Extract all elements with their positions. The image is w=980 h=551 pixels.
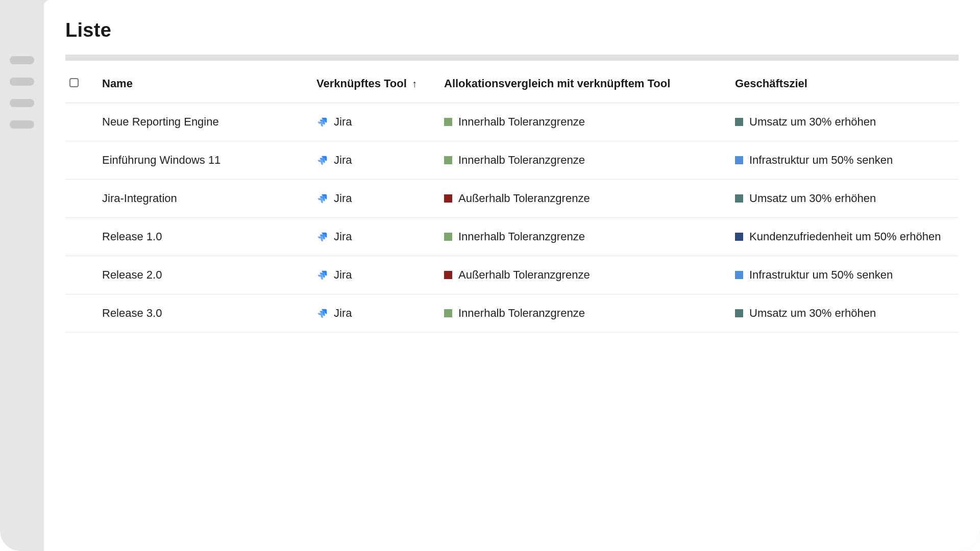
row-tool-label: Jira: [334, 230, 352, 243]
row-allocation-cell: Außerhalb Toleranzgrenze: [440, 180, 731, 218]
column-header-select[interactable]: [65, 65, 98, 103]
row-tool-cell[interactable]: Jira: [312, 218, 440, 256]
allocation-status-swatch: [444, 156, 452, 164]
row-goal-cell: Infrastruktur um 50% senken: [731, 256, 959, 294]
column-header-tool-label: Verknüpftes Tool: [316, 77, 407, 90]
column-header-goal-label: Geschäftsziel: [735, 77, 807, 90]
row-name-cell[interactable]: Einführung Windows 11: [98, 141, 312, 180]
row-tool-cell[interactable]: Jira: [312, 256, 440, 294]
app-window: Liste Name Verknüpftes Tool ↑: [0, 0, 980, 551]
row-tool-cell[interactable]: Jira: [312, 141, 440, 180]
column-header-allocation[interactable]: Allokationsvergleich mit verknüpftem Too…: [440, 65, 731, 103]
table-header-row: Name Verknüpftes Tool ↑ Allokationsvergl…: [65, 65, 959, 103]
goal-swatch: [735, 118, 743, 126]
jira-icon: [316, 116, 328, 128]
column-header-name-label: Name: [102, 77, 133, 90]
row-tool-label: Jira: [334, 115, 352, 129]
select-all-checkbox[interactable]: [69, 78, 79, 87]
table-row[interactable]: Release 3.0 JiraInnerhalb Toleranzgrenze…: [65, 294, 959, 333]
column-header-name[interactable]: Name: [98, 65, 312, 103]
row-allocation-cell: Außerhalb Toleranzgrenze: [440, 256, 731, 294]
row-goal-label: Umsatz um 30% erhöhen: [749, 192, 876, 205]
row-allocation-cell: Innerhalb Toleranzgrenze: [440, 218, 731, 256]
allocation-status-swatch: [444, 271, 452, 279]
row-goal-cell: Kundenzufriedenheit um 50% erhöhen: [731, 218, 959, 256]
row-goal-label: Infrastruktur um 50% senken: [749, 268, 893, 282]
row-goal-cell: Umsatz um 30% erhöhen: [731, 103, 959, 141]
table-row[interactable]: Release 2.0 JiraAußerhalb Toleranzgrenze…: [65, 256, 959, 294]
column-header-goal[interactable]: Geschäftsziel: [731, 65, 959, 103]
sidebar-placeholder-1: [10, 56, 34, 64]
items-table: Name Verknüpftes Tool ↑ Allokationsvergl…: [65, 65, 959, 333]
sidebar: [0, 0, 44, 551]
table-row[interactable]: Jira-Integration JiraAußerhalb Toleranzg…: [65, 180, 959, 218]
row-select-cell[interactable]: [65, 141, 98, 180]
header-separator: [65, 55, 959, 61]
row-goal-label: Kundenzufriedenheit um 50% erhöhen: [749, 230, 941, 243]
column-header-tool[interactable]: Verknüpftes Tool ↑: [312, 65, 440, 103]
row-allocation-label: Innerhalb Toleranzgrenze: [458, 154, 585, 167]
row-tool-label: Jira: [334, 268, 352, 282]
table-row[interactable]: Release 1.0 JiraInnerhalb Toleranzgrenze…: [65, 218, 959, 256]
row-tool-label: Jira: [334, 307, 352, 320]
column-header-allocation-label: Allokationsvergleich mit verknüpftem Too…: [444, 77, 670, 90]
goal-swatch: [735, 233, 743, 241]
row-select-cell[interactable]: [65, 294, 98, 333]
allocation-status-swatch: [444, 309, 452, 317]
row-tool-label: Jira: [334, 154, 352, 167]
jira-icon: [316, 193, 328, 204]
jira-icon: [316, 231, 328, 242]
sidebar-placeholder-2: [10, 78, 34, 86]
row-select-cell[interactable]: [65, 103, 98, 141]
row-allocation-label: Innerhalb Toleranzgrenze: [458, 115, 585, 129]
row-goal-label: Infrastruktur um 50% senken: [749, 154, 893, 167]
row-name-cell[interactable]: Release 3.0: [98, 294, 312, 333]
goal-swatch: [735, 271, 743, 279]
row-select-cell[interactable]: [65, 218, 98, 256]
row-allocation-cell: Innerhalb Toleranzgrenze: [440, 103, 731, 141]
row-goal-label: Umsatz um 30% erhöhen: [749, 115, 876, 129]
row-tool-cell[interactable]: Jira: [312, 180, 440, 218]
sidebar-placeholder-3: [10, 99, 34, 107]
sidebar-placeholder-4: [10, 120, 34, 129]
row-select-cell[interactable]: [65, 256, 98, 294]
table-row[interactable]: Neue Reporting Engine JiraInnerhalb Tole…: [65, 103, 959, 141]
jira-icon: [316, 155, 328, 166]
sort-ascending-icon: ↑: [412, 78, 417, 89]
jira-icon: [316, 308, 328, 319]
row-allocation-label: Innerhalb Toleranzgrenze: [458, 230, 585, 243]
allocation-status-swatch: [444, 233, 452, 241]
page-title: Liste: [65, 19, 959, 41]
row-tool-cell[interactable]: Jira: [312, 294, 440, 333]
goal-swatch: [735, 194, 743, 203]
row-name-cell[interactable]: Jira-Integration: [98, 180, 312, 218]
row-tool-cell[interactable]: Jira: [312, 103, 440, 141]
allocation-status-swatch: [444, 194, 452, 203]
jira-icon: [316, 269, 328, 281]
row-tool-label: Jira: [334, 192, 352, 205]
row-name-cell[interactable]: Release 1.0: [98, 218, 312, 256]
row-goal-label: Umsatz um 30% erhöhen: [749, 307, 876, 320]
main-panel: Liste Name Verknüpftes Tool ↑: [44, 0, 980, 551]
row-allocation-label: Innerhalb Toleranzgrenze: [458, 307, 585, 320]
row-allocation-cell: Innerhalb Toleranzgrenze: [440, 141, 731, 180]
row-allocation-cell: Innerhalb Toleranzgrenze: [440, 294, 731, 333]
row-goal-cell: Infrastruktur um 50% senken: [731, 141, 959, 180]
goal-swatch: [735, 309, 743, 317]
row-select-cell[interactable]: [65, 180, 98, 218]
row-name-cell[interactable]: Neue Reporting Engine: [98, 103, 312, 141]
row-allocation-label: Außerhalb Toleranzgrenze: [458, 268, 590, 282]
row-allocation-label: Außerhalb Toleranzgrenze: [458, 192, 590, 205]
table-row[interactable]: Einführung Windows 11 JiraInnerhalb Tole…: [65, 141, 959, 180]
row-name-cell[interactable]: Release 2.0: [98, 256, 312, 294]
row-goal-cell: Umsatz um 30% erhöhen: [731, 180, 959, 218]
row-goal-cell: Umsatz um 30% erhöhen: [731, 294, 959, 333]
goal-swatch: [735, 156, 743, 164]
allocation-status-swatch: [444, 118, 452, 126]
